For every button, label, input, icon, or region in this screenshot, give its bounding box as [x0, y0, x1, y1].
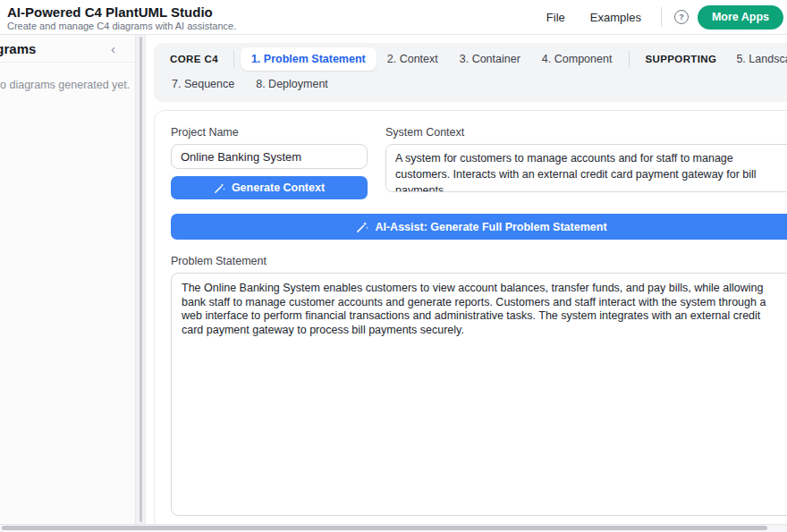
top-bar-actions: File Examples ? More Apps [537, 5, 783, 30]
vertical-scrollbar[interactable] [136, 35, 146, 524]
problem-statement-card: Project Name Generate Context Sy [154, 110, 787, 524]
sidebar: Diagrams ‹ No diagrams generated yet. [0, 35, 136, 524]
app-title: AI-Powered C4 PlantUML Studio [7, 4, 236, 20]
tab-deployment[interactable]: 8. Deployment [245, 72, 339, 96]
generate-context-button[interactable]: Generate Context [171, 176, 368, 199]
main-content: CORE C4 1. Problem Statement 2. Context … [147, 35, 787, 524]
tab-group-supporting-label: SUPPORTING [636, 48, 725, 70]
ai-assist-button[interactable]: AI-Assist: Generate Full Problem Stateme… [171, 214, 787, 240]
tab-component[interactable]: 4. Component [531, 47, 623, 71]
tab-row-1: CORE C4 1. Problem Statement 2. Context … [161, 47, 787, 71]
vertical-scrollbar-thumb[interactable] [140, 37, 142, 522]
main-panel: CORE C4 1. Problem Statement 2. Context … [147, 35, 787, 524]
problem-statement-label: Problem Statement [171, 255, 787, 267]
app-subtitle: Create and manage C4 diagrams with AI as… [7, 21, 236, 31]
tab-sequence[interactable]: 7. Sequence [161, 72, 245, 96]
tab-context[interactable]: 2. Context [377, 47, 449, 71]
tab-problem-statement[interactable]: 1. Problem Statement [241, 47, 377, 71]
ai-assist-label: AI-Assist: Generate Full Problem Stateme… [375, 221, 606, 233]
sidebar-empty-message: No diagrams generated yet. [0, 79, 135, 91]
app-root: AI-Powered C4 PlantUML Studio Create and… [0, 0, 787, 532]
tab-divider [233, 50, 234, 68]
sidebar-header: Diagrams ‹ [0, 35, 135, 63]
system-context-label: System Context [385, 126, 787, 139]
form-grid: Project Name Generate Context Sy [171, 126, 787, 199]
examples-menu-button[interactable]: Examples [581, 5, 650, 30]
project-name-label: Project Name [171, 126, 368, 139]
top-bar: AI-Powered C4 PlantUML Studio Create and… [0, 0, 787, 35]
tab-row-2: 7. Sequence 8. Deployment [161, 72, 787, 96]
horizontal-scrollbar-thumb[interactable] [2, 526, 767, 530]
horizontal-scrollbar[interactable] [0, 524, 787, 532]
tab-bar: CORE C4 1. Problem Statement 2. Context … [154, 43, 787, 102]
header-divider [661, 7, 662, 27]
chevron-left-icon[interactable]: ‹ [109, 40, 117, 57]
file-menu-button[interactable]: File [537, 5, 574, 30]
app-header-text: AI-Powered C4 PlantUML Studio Create and… [7, 4, 236, 31]
help-icon[interactable]: ? [673, 8, 690, 26]
more-apps-button[interactable]: More Apps [698, 5, 783, 30]
sidebar-title: Diagrams [0, 41, 36, 56]
generate-context-label: Generate Context [232, 182, 325, 194]
problem-statement-textarea[interactable]: The Online Banking System enables custom… [171, 273, 787, 516]
project-name-input[interactable] [171, 144, 368, 169]
system-context-column: System Context A system for customers to… [385, 126, 787, 199]
tab-landscape[interactable]: 5. Landscape [725, 47, 787, 71]
tab-container[interactable]: 3. Container [449, 47, 531, 71]
magic-wand-icon [214, 182, 225, 194]
project-name-column: Project Name Generate Context [171, 126, 368, 199]
help-circle-glyph: ? [674, 10, 689, 24]
magic-wand-icon [356, 221, 368, 233]
tab-group-core-label: CORE C4 [161, 48, 227, 70]
tab-divider [629, 50, 630, 68]
system-context-textarea[interactable]: A system for customers to manage account… [385, 144, 787, 192]
